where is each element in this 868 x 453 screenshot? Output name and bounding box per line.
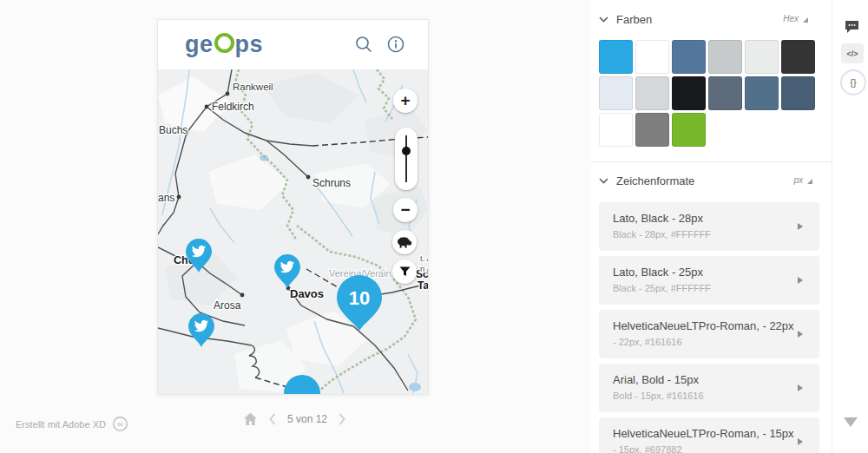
map-place-label: ans [158,192,174,204]
color-swatch[interactable] [672,76,706,110]
next-artboard-button[interactable] [339,413,345,425]
town-dot [306,175,311,180]
cluster-count-label: 10 [349,287,370,309]
pager-count: 5 von 12 [287,413,327,425]
text-style-subtitle: - 15px, #697882 [613,444,682,453]
color-unit-label: Hex [783,14,799,23]
search-icon[interactable] [354,35,373,54]
chevron-down-icon [599,16,608,23]
color-swatch[interactable] [672,40,706,74]
text-unit-dropdown[interactable]: px [793,175,812,185]
xd-spec-page: geps [0,0,868,453]
text-style-title: Lato, Black - 25px [613,266,703,279]
zoom-in-label: + [400,91,410,110]
colors-section-header[interactable]: Farben [599,13,652,26]
color-swatch[interactable] [781,76,815,110]
color-unit-dropdown[interactable]: Hex [783,14,808,23]
map-place-label: t. A [420,253,428,263]
made-with-credit: Erstellt mit Adobe XD ∞ [16,416,128,432]
color-swatch[interactable] [672,113,706,147]
slider-knob[interactable] [402,147,411,155]
color-swatch[interactable] [635,76,669,110]
slider-track [405,135,407,182]
map-filter-button[interactable] [392,259,417,284]
color-swatch-grid [599,40,818,147]
text-style-title: HelveticaNeueLTPro-Roman, - 22px [613,319,794,332]
map-place-label: Tar [418,279,428,292]
town-dot [177,195,181,200]
expand-arrow-icon[interactable] [798,277,803,284]
map-place-label: Buchs [159,124,187,136]
logo-o-ring [214,33,234,53]
map-place-label: Arosa [214,299,241,312]
right-toolbar: </> {} [832,0,868,453]
color-swatch[interactable] [599,40,633,74]
text-style-list: Lato, Black - 28pxBlack - 28px, #FFFFFFL… [599,202,819,453]
text-style-card[interactable]: Arial, Bold - 15pxBold - 15px, #161616 [599,364,819,412]
expand-arrow-icon[interactable] [798,331,803,338]
filter-icon [399,266,411,277]
text-styles-section-title: Zeichenformate [616,174,694,187]
logo-text-pre: ge [185,31,214,57]
color-swatch[interactable] [781,40,815,74]
map-place-label: Davos [290,287,324,300]
dropdown-corner-icon [807,179,812,184]
map-zoom-out-button[interactable]: − [393,198,418,222]
text-unit-label: px [793,175,803,185]
expand-arrow-icon[interactable] [798,438,803,445]
app-header: geps [158,20,428,70]
collapse-triangle-icon[interactable] [844,417,858,427]
text-style-title: Lato, Black - 28px [613,212,703,225]
artboard-preview: geps [157,19,429,395]
text-style-card[interactable]: Lato, Black - 25pxBlack - 25px, #FFFFFF [599,256,819,305]
text-style-card[interactable]: Lato, Black - 28pxBlack - 28px, #FFFFFF [599,202,819,251]
variables-button[interactable]: {} [840,69,866,95]
color-swatch[interactable] [599,113,633,147]
color-swatch[interactable] [635,40,669,74]
map-place-label: n A [420,264,428,273]
zoom-out-label: − [400,200,410,220]
text-style-subtitle: Bold - 15px, #161616 [613,391,704,401]
animal-icon [397,236,412,248]
braces-icon: {} [850,77,856,88]
home-button[interactable] [243,412,258,426]
lake-2 [409,383,421,391]
color-swatch[interactable] [635,113,669,147]
prev-artboard-button[interactable] [269,413,276,425]
map-image: RankweilFeldkirchBuchsSchrunsansChurAros… [158,69,428,394]
town-dot [226,92,230,96]
artboard-pager: 5 von 12 [243,412,345,426]
text-style-card[interactable]: HelveticaNeueLTPro-Roman, - 15px- 15px, … [599,417,819,453]
text-style-subtitle: Black - 25px, #FFFFFF [613,283,711,293]
map-place-label: Schruns [312,177,351,189]
info-icon[interactable] [386,35,405,54]
geops-logo: geps [185,31,263,57]
map-place-label: Feldkirch [212,101,254,113]
town-dot [205,105,209,109]
text-styles-section-header[interactable]: Zeichenformate [599,174,694,187]
expand-arrow-icon[interactable] [798,223,803,230]
text-style-card[interactable]: HelveticaNeueLTPro-Roman, - 22px- 22px, … [599,310,819,358]
text-style-subtitle: - 22px, #161616 [613,337,682,347]
map-canvas[interactable]: RankweilFeldkirchBuchsSchrunsansChurAros… [158,69,428,394]
color-swatch[interactable] [708,40,742,74]
wildlife-layer-button[interactable] [392,230,417,254]
map-zoom-in-button[interactable]: + [393,89,418,113]
color-swatch[interactable] [599,76,633,110]
colors-section-title: Farben [616,13,652,26]
color-swatch[interactable] [745,76,779,110]
text-style-title: Arial, Bold - 15px [613,373,699,386]
chevron-down-icon [599,178,608,184]
color-swatch[interactable] [745,40,779,74]
map-zoom-slider[interactable] [395,128,418,190]
creative-cloud-icon: ∞ [112,416,128,432]
section-divider [590,161,832,162]
design-specs-button[interactable]: </> [841,43,864,63]
text-style-title: HelveticaNeueLTPro-Roman, - 15px [613,427,794,440]
expand-arrow-icon[interactable] [798,384,803,391]
credit-text: Erstellt mit Adobe XD [16,419,106,430]
code-icon: </> [846,49,858,58]
comments-button[interactable] [845,20,859,34]
text-style-subtitle: Black - 28px, #FFFFFF [613,229,711,240]
color-swatch[interactable] [708,76,742,110]
